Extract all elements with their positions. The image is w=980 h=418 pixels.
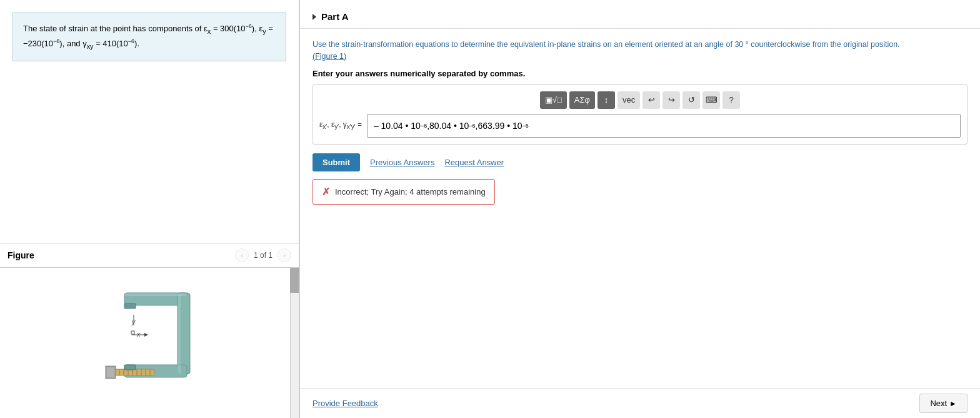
toolbar-redo-btn[interactable]: ↪ (662, 91, 680, 109)
figure-nav: ‹ 1 of 1 › (235, 248, 291, 262)
math-input-container: ▣√□ ΑΣφ ↕ vec ↩ ↪ ↺ ⌨ ? εx′, εy′, γx′y′ … (312, 84, 968, 145)
right-panel: Part A Use the strain-transformation equ… (300, 0, 980, 418)
figure-image-area: x y (0, 268, 299, 418)
svg-rect-3 (125, 293, 186, 296)
scroll-track (290, 268, 299, 418)
figure-next-button[interactable]: › (278, 248, 291, 262)
error-box: ✗ Incorrect; Try Again; 4 attempts remai… (312, 179, 495, 205)
toolbar-undo-btn[interactable]: ↩ (642, 91, 660, 109)
figure-link[interactable]: (Figure 1) (312, 52, 346, 61)
provide-feedback-link[interactable]: Provide Feedback (312, 399, 378, 408)
toolbar-help-btn[interactable]: ? (722, 91, 740, 109)
clamp-svg: x y (87, 274, 212, 399)
enter-answers-label: Enter your answers numerically separated… (312, 69, 968, 78)
math-toolbar: ▣√□ ΑΣφ ↕ vec ↩ ↪ ↺ ⌨ ? (319, 91, 961, 109)
next-label: Next (930, 399, 947, 408)
math-label: εx′, εy′, γx′y′ = (319, 120, 362, 130)
previous-answers-link[interactable]: Previous Answers (370, 158, 434, 167)
error-text: Incorrect; Try Again; 4 attempts remaini… (335, 187, 486, 196)
figure-page-info: 1 of 1 (254, 251, 272, 260)
bottom-bar: Provide Feedback Next ► (300, 388, 980, 418)
svg-text:x: x (136, 330, 141, 338)
toolbar-vec-btn[interactable]: vec (618, 91, 640, 109)
math-input-field[interactable]: – 10.04 • 10−6,80.04 • 10−6,663.99 • 10−… (367, 114, 961, 138)
toolbar-arrow-btn[interactable]: ↕ (598, 91, 615, 109)
svg-rect-18 (124, 365, 136, 370)
part-header: Part A (300, 0, 980, 29)
next-arrow-icon: ► (949, 399, 957, 408)
request-answer-link[interactable]: Request Answer (444, 158, 504, 167)
toolbar-sqrt-btn[interactable]: ▣√□ (540, 91, 567, 109)
toolbar-refresh-btn[interactable]: ↺ (682, 91, 700, 109)
toolbar-keyboard-btn[interactable]: ⌨ (702, 91, 720, 109)
question-main-text: Use the strain-transformation equations … (312, 40, 900, 49)
collapse-icon[interactable] (312, 14, 316, 20)
svg-rect-23 (131, 331, 134, 334)
problem-statement: The state of strain at the point has com… (12, 13, 286, 61)
figure-title: Figure (8, 250, 34, 260)
error-icon: ✗ (322, 186, 330, 198)
part-label: Part A (321, 11, 349, 22)
next-button[interactable]: Next ► (919, 394, 968, 413)
svg-rect-17 (124, 303, 136, 308)
math-answer-row: εx′, εy′, γx′y′ = – 10.04 • 10−6,80.04 •… (319, 114, 961, 138)
svg-rect-4 (178, 293, 181, 374)
scroll-thumb[interactable] (290, 268, 299, 293)
action-row: Submit Previous Answers Request Answer (312, 153, 968, 171)
question-body: Use the strain-transformation equations … (300, 29, 980, 227)
svg-marker-16 (107, 367, 114, 377)
question-text: Use the strain-transformation equations … (312, 39, 968, 63)
figure-prev-button[interactable]: ‹ (235, 248, 249, 262)
submit-button[interactable]: Submit (312, 153, 360, 171)
left-panel: The state of strain at the point has com… (0, 0, 300, 418)
toolbar-alpha-btn[interactable]: ΑΣφ (569, 91, 595, 109)
figure-header: Figure ‹ 1 of 1 › (0, 243, 299, 268)
figure-section: Figure ‹ 1 of 1 › (0, 243, 299, 418)
